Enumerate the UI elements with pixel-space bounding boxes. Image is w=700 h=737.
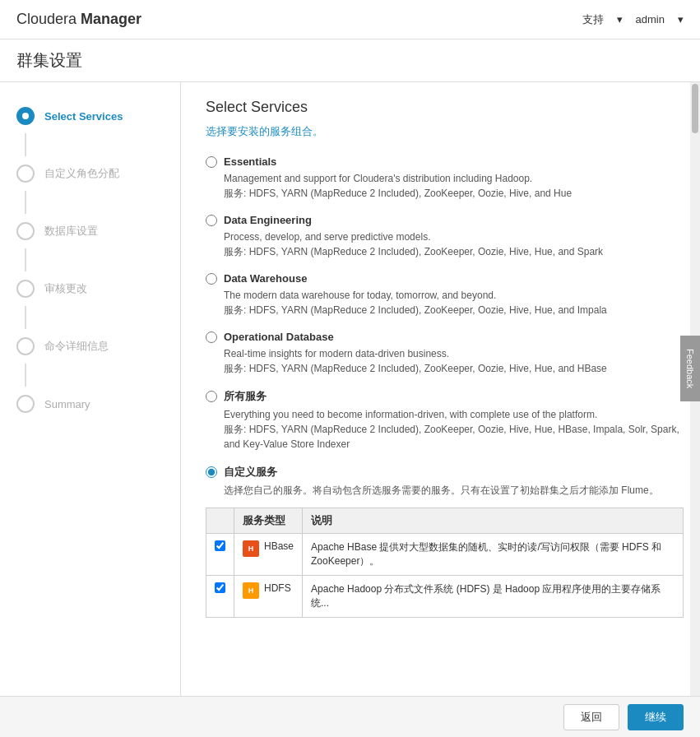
main-layout: Select Services 自定义角色分配 数据库设置 审核更改 命令详细信… [0, 82, 700, 737]
custom-services-table: 服务类型 说明 H HBase [206, 508, 684, 618]
radio-essentials[interactable] [206, 156, 217, 168]
logo: Cloudera Manager [16, 11, 141, 28]
option-operational-db-text: Operational Database [224, 331, 334, 343]
connector-3 [25, 248, 26, 271]
sidebar-label-role-assignment: 自定义角色分配 [44, 166, 119, 181]
option-data-engineering-label[interactable]: Data Engineering [206, 214, 684, 226]
sidebar-item-review-changes[interactable]: 审核更改 [0, 271, 180, 306]
option-data-warehouse-services: 服务: HDFS, YARN (MapReduce 2 Included), Z… [224, 303, 684, 318]
radio-operational-db[interactable] [206, 331, 217, 343]
step-circle-3 [16, 222, 35, 240]
option-data-engineering: Data Engineering Process, develop, and s… [206, 214, 684, 259]
continue-button[interactable]: 继续 [628, 704, 684, 730]
feedback-label: Feedback [685, 349, 695, 388]
connector-5 [25, 364, 26, 387]
connector-1 [25, 133, 26, 156]
hdfs-desc: Apache Hadoop 分布式文件系统 (HDFS) 是 Hadoop 应用… [303, 576, 684, 618]
back-button[interactable]: 返回 [563, 704, 619, 730]
sidebar-item-select-services[interactable]: Select Services [0, 99, 180, 133]
support-chevron-icon: ▾ [617, 13, 623, 25]
scrollbar[interactable] [690, 82, 700, 737]
step-circle-1 [16, 107, 35, 125]
page-title-bar: 群集设置 [0, 39, 700, 82]
option-custom-desc: 选择您自己的服务。将自动包含所选服务需要的服务。只有在设置了初始群集之后才能添加… [224, 483, 684, 498]
feedback-tab[interactable]: Feedback [680, 336, 700, 401]
option-essentials-text: Essentials [224, 155, 276, 168]
option-all-services-desc: Everything you need to become informatio… [224, 407, 684, 422]
sidebar-label-command-details: 命令详细信息 [44, 339, 109, 354]
option-all-services: 所有服务 Everything you need to become infor… [206, 389, 684, 452]
sidebar-item-summary[interactable]: Summary [0, 387, 180, 421]
option-custom: 自定义服务 选择您自己的服务。将自动包含所选服务需要的服务。只有在设置了初始群集… [206, 465, 684, 618]
service-name-cell-hbase: H HBase [234, 534, 303, 576]
header: Cloudera Manager 支持 ▾ admin ▾ [0, 0, 700, 39]
step-circle-5 [16, 337, 35, 355]
service-name-cell-hdfs: H HDFS [234, 576, 303, 618]
option-data-warehouse-desc: The modern data warehouse for today, tom… [224, 288, 684, 303]
radio-custom[interactable] [206, 466, 217, 478]
hdfs-label: HDFS [264, 582, 291, 594]
admin-chevron-icon: ▾ [678, 13, 684, 25]
hbase-label: HBase [264, 540, 294, 552]
admin-link[interactable]: admin [636, 13, 665, 25]
option-operational-db-services: 服务: HDFS, YARN (MapReduce 2 Included), Z… [224, 361, 684, 376]
option-data-engineering-text: Data Engineering [224, 214, 312, 226]
sidebar-item-role-assignment[interactable]: 自定义角色分配 [0, 156, 180, 191]
sidebar-label-select-services: Select Services [44, 110, 123, 123]
step-circle-2 [16, 165, 35, 183]
option-all-services-label[interactable]: 所有服务 [206, 389, 684, 404]
option-essentials-desc: Management and support for Cloudera's di… [224, 171, 684, 186]
sidebar: Select Services 自定义角色分配 数据库设置 审核更改 命令详细信… [0, 82, 181, 737]
table-row: H HBase Apache HBase 提供对大型数据集的随机、实时的读/写访… [206, 534, 684, 576]
radio-data-warehouse[interactable] [206, 273, 217, 285]
hdfs-icon: H [243, 582, 259, 599]
sidebar-label-summary: Summary [44, 398, 90, 410]
logo-cloudera: Cloudera [16, 11, 76, 27]
step-circle-4 [16, 280, 35, 298]
table-header-service-type: 服务类型 [234, 508, 303, 534]
content-area: Select Services 选择要安装的服务组合。 Essentials M… [181, 82, 700, 737]
option-data-engineering-desc: Process, develop, and serve predictive m… [224, 229, 684, 244]
option-all-services-text: 所有服务 [224, 389, 267, 404]
support-link[interactable]: 支持 [582, 12, 604, 27]
hbase-icon: H [243, 540, 259, 557]
option-essentials-label[interactable]: Essentials [206, 155, 684, 168]
content-inner: Select Services 选择要安装的服务组合。 Essentials M… [181, 82, 700, 647]
sidebar-label-db-settings: 数据库设置 [44, 224, 98, 239]
hbase-desc: Apache HBase 提供对大型数据集的随机、实时的读/写访问权限（需要 H… [303, 534, 684, 576]
content-title: Select Services [206, 99, 684, 116]
footer-bar: 返回 继续 [0, 696, 700, 737]
option-all-services-services: 服务: HDFS, YARN (MapReduce 2 Included), Z… [224, 422, 684, 452]
page-title: 群集设置 [16, 49, 684, 72]
option-essentials: Essentials Management and support for Cl… [206, 155, 684, 201]
option-operational-db: Operational Database Real-time insights … [206, 331, 684, 376]
checkbox-hdfs[interactable] [215, 582, 225, 593]
step-circle-6 [16, 395, 35, 413]
content-subtitle: 选择要安装的服务组合。 [206, 124, 684, 139]
sidebar-item-db-settings[interactable]: 数据库设置 [0, 214, 180, 248]
checkbox-cell-hbase[interactable] [206, 534, 234, 576]
option-operational-db-label[interactable]: Operational Database [206, 331, 684, 343]
option-data-engineering-services: 服务: HDFS, YARN (MapReduce 2 Included), Z… [224, 244, 684, 259]
radio-data-engineering[interactable] [206, 215, 217, 226]
option-custom-label[interactable]: 自定义服务 [206, 465, 684, 480]
checkbox-cell-hdfs[interactable] [206, 576, 234, 618]
table-row: H HDFS Apache Hadoop 分布式文件系统 (HDFS) 是 Ha… [206, 576, 684, 618]
connector-4 [25, 306, 26, 329]
option-operational-db-desc: Real-time insights for modern data-drive… [224, 346, 684, 361]
scrollbar-thumb [692, 84, 698, 133]
option-custom-text: 自定义服务 [224, 465, 277, 480]
step-dot-1 [22, 113, 29, 119]
radio-all-services[interactable] [206, 391, 217, 402]
logo-manager: Manager [81, 11, 141, 27]
sidebar-label-review-changes: 审核更改 [44, 281, 87, 296]
table-header-description: 说明 [303, 508, 684, 534]
option-essentials-services: 服务: HDFS, YARN (MapReduce 2 Included), Z… [224, 186, 684, 201]
option-data-warehouse-text: Data Warehouse [224, 272, 307, 285]
checkbox-hbase[interactable] [215, 540, 225, 551]
header-nav: 支持 ▾ admin ▾ [582, 12, 684, 27]
table-header-checkbox [206, 508, 234, 534]
sidebar-item-command-details[interactable]: 命令详细信息 [0, 329, 180, 364]
option-data-warehouse: Data Warehouse The modern data warehouse… [206, 272, 684, 318]
option-data-warehouse-label[interactable]: Data Warehouse [206, 272, 684, 285]
